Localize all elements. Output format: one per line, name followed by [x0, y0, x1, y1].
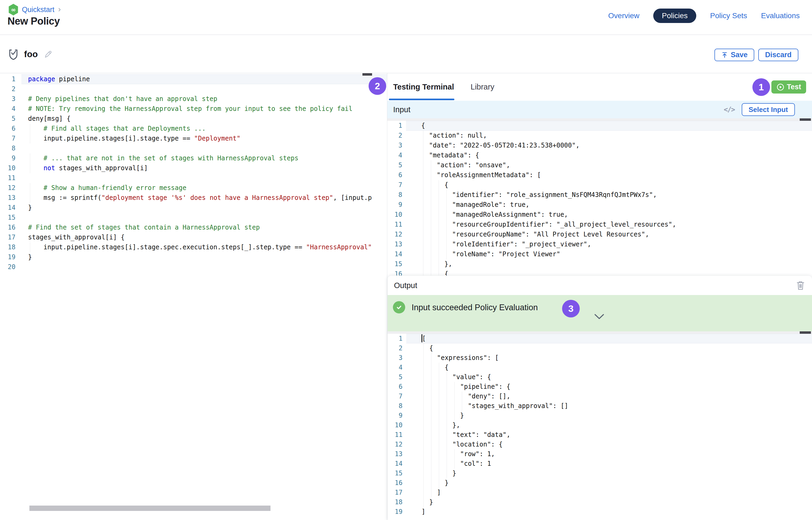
- line-number: 2: [387, 343, 406, 353]
- code-token: "Deployment": [194, 135, 240, 142]
- code-text: }: [406, 497, 812, 507]
- output-editor-scrollbar: [387, 331, 812, 334]
- code-token: # Show a human-friendly error message: [44, 184, 186, 191]
- code-line: 8 "stages_with_approval": []: [387, 401, 812, 411]
- line-number: 7: [387, 180, 406, 190]
- code-text: {: [406, 343, 812, 353]
- clear-output-button[interactable]: [796, 281, 805, 290]
- code-line: 16 }: [387, 478, 812, 488]
- code-token: # Find all stages that are Deployments .…: [44, 125, 206, 132]
- code-line: 10 "managedRoleAssignment": true,: [387, 210, 812, 220]
- output-editor-scrollbar-thumb[interactable]: [800, 331, 811, 334]
- line-number: 14: [387, 459, 406, 468]
- nav-tab-policy-sets[interactable]: Policy Sets: [710, 11, 747, 20]
- code-line: 12 "location": {: [387, 440, 812, 449]
- play-circle-icon: [777, 83, 784, 91]
- policy-editor-hscrollbar-thumb[interactable]: [29, 505, 271, 511]
- line-number: 2: [0, 84, 21, 94]
- nav-tab-policies-active[interactable]: Policies: [653, 8, 696, 23]
- select-input-label: Select Input: [748, 106, 788, 114]
- nav-tab-overview[interactable]: Overview: [608, 11, 640, 20]
- code-text: },: [406, 259, 812, 269]
- test-button[interactable]: Test: [771, 80, 806, 94]
- code-text: "date": "2022-05-05T20:41:23.538+0000",: [406, 140, 812, 151]
- code-line: 13 msg := sprintf("deployment stage '%s'…: [0, 193, 387, 203]
- code-text: ]: [406, 507, 812, 517]
- breadcrumb-link-quickstart[interactable]: Quickstart: [22, 6, 54, 14]
- code-line: 18 input.pipeline.stages[i].stage.spec.e…: [0, 242, 387, 252]
- code-text: input.pipeline.stages[i].stage.spec.exec…: [21, 242, 387, 252]
- code-text: [: [406, 334, 812, 343]
- line-number: 12: [387, 440, 406, 449]
- code-text: "roleAssignmentMetadata": [: [406, 170, 812, 180]
- code-line: 3 "expressions": [: [387, 353, 812, 363]
- code-brackets-icon[interactable]: </>: [724, 106, 735, 113]
- tab-testing-terminal[interactable]: Testing Terminal: [393, 83, 454, 92]
- upload-arrow-icon: [721, 52, 728, 58]
- code-text: "managedRoleAssignment": true,: [406, 210, 812, 220]
- line-number: 3: [0, 94, 21, 104]
- code-text: "location": {: [406, 440, 812, 449]
- svg-text:∞: ∞: [11, 6, 16, 13]
- line-number: 8: [387, 401, 406, 411]
- line-number: 9: [387, 411, 406, 420]
- line-number: 13: [387, 449, 406, 459]
- discard-button[interactable]: Discard: [758, 49, 798, 61]
- code-token: [28, 164, 44, 172]
- line-number: 10: [0, 163, 21, 173]
- line-number: 19: [0, 252, 21, 262]
- code-token: # ... that are not in the set of stages …: [44, 154, 299, 162]
- select-input-button[interactable]: Select Input: [742, 103, 795, 116]
- line-number: 14: [387, 249, 406, 259]
- code-line: 1{: [387, 121, 812, 131]
- save-button[interactable]: Save: [714, 49, 754, 61]
- code-text: "col": 1: [406, 459, 812, 468]
- code-text: ]: [406, 488, 812, 497]
- code-token: stages_with_approval[i]: [55, 164, 148, 172]
- code-text: "pipeline": {: [406, 382, 812, 391]
- line-number: 8: [387, 190, 406, 200]
- input-panel-header: Input </> Select Input: [387, 101, 812, 119]
- code-line: 11 "resourceGroupIdentifier": "_all_proj…: [387, 220, 812, 230]
- line-number: 9: [0, 153, 21, 163]
- expand-result-chevron-icon[interactable]: [594, 314, 605, 321]
- code-text: }: [406, 478, 812, 488]
- code-text: # Find all stages that are Deployments .…: [21, 124, 387, 134]
- tab-library[interactable]: Library: [471, 83, 494, 92]
- line-number: 16: [0, 223, 21, 232]
- policy-editor-scrollbar-thumb[interactable]: [362, 73, 372, 76]
- code-line: 9 }: [387, 411, 812, 420]
- line-number: 5: [387, 372, 406, 382]
- code-line: 11 "text": "data",: [387, 430, 812, 440]
- policy-code-editor[interactable]: 1package pipeline23# Deny pipelines that…: [0, 74, 387, 520]
- line-number: 6: [387, 382, 406, 391]
- policy-name-group: foo: [8, 49, 53, 60]
- nav-tab-evaluations[interactable]: Evaluations: [761, 11, 800, 20]
- code-text: # NOTE: Try removing the HarnessApproval…: [21, 104, 387, 114]
- line-number: 5: [387, 160, 406, 170]
- line-number: 1: [0, 74, 21, 84]
- code-line: 19}: [0, 252, 387, 262]
- evaluation-success-banner: Input succeeded Policy Evaluation: [387, 295, 812, 331]
- policy-editor-page: ∞ Quickstart › New Policy Overview Polic…: [0, 0, 812, 520]
- annotation-badge-2: 2: [369, 77, 386, 95]
- code-line: 9 # ... that are not in the set of stage…: [0, 153, 387, 163]
- code-text: }: [406, 411, 812, 420]
- policy-shield-icon: [8, 49, 18, 60]
- output-json-editor[interactable]: 1[2 {3 "expressions": [4 {5 "value": {6 …: [387, 334, 812, 520]
- input-json-editor[interactable]: 1{2 "action": null,3 "date": "2022-05-05…: [387, 121, 812, 276]
- code-token: not: [44, 164, 55, 172]
- line-number: 3: [387, 353, 406, 363]
- line-number: 4: [387, 151, 406, 160]
- input-editor-scrollbar-thumb[interactable]: [800, 119, 811, 121]
- output-panel-header: Output: [387, 276, 812, 295]
- edit-policy-name-icon[interactable]: [44, 49, 53, 59]
- line-number: 15: [387, 468, 406, 478]
- code-line: 4# NOTE: Try removing the HarnessApprova…: [0, 104, 387, 114]
- code-line: 17 ]: [387, 488, 812, 497]
- line-number: 19: [387, 507, 406, 517]
- code-text: },: [406, 420, 812, 430]
- code-token: msg := sprintf(: [28, 194, 102, 202]
- line-number: 16: [387, 269, 406, 276]
- code-line: 18 }: [387, 497, 812, 507]
